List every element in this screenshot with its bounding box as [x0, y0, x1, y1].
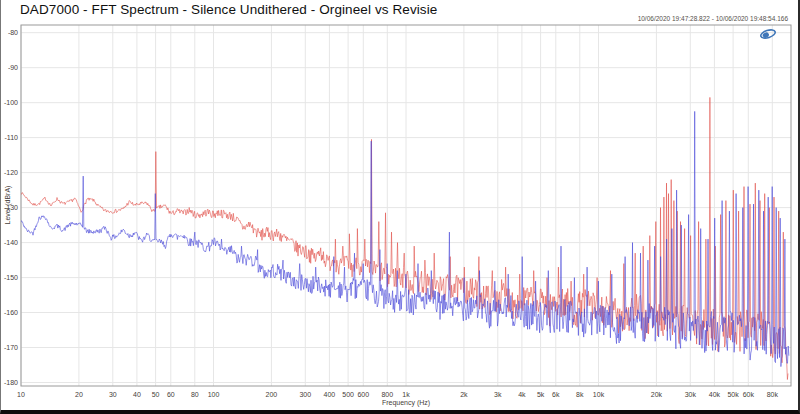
- svg-text:100: 100: [208, 391, 220, 398]
- svg-text:-120: -120: [4, 169, 18, 176]
- svg-text:-90: -90: [8, 64, 18, 71]
- svg-text:5k: 5k: [537, 391, 545, 398]
- svg-text:-110: -110: [5, 134, 19, 141]
- svg-text:4k: 4k: [518, 391, 526, 398]
- svg-text:-160: -160: [4, 309, 18, 316]
- svg-text:30: 30: [109, 391, 117, 398]
- svg-text:40: 40: [133, 391, 141, 398]
- svg-text:300: 300: [299, 391, 311, 398]
- svg-text:20k: 20k: [651, 391, 663, 398]
- svg-text:800: 800: [381, 391, 393, 398]
- svg-text:50k: 50k: [727, 391, 739, 398]
- y-axis-title: Level (dBrA): [4, 186, 11, 225]
- fft-spectrum-plot[interactable]: 102030405060801002003004005006008001k2k3…: [1, 0, 800, 414]
- svg-text:-180: -180: [4, 379, 18, 386]
- svg-text:10: 10: [17, 391, 25, 398]
- svg-text:10k: 10k: [593, 391, 605, 398]
- x-axis-title: Frequency (Hz): [382, 399, 430, 406]
- svg-text:20: 20: [75, 391, 83, 398]
- svg-text:60k: 60k: [743, 391, 755, 398]
- svg-text:600: 600: [357, 391, 369, 398]
- svg-text:6k: 6k: [552, 391, 560, 398]
- svg-text:60: 60: [167, 391, 175, 398]
- svg-text:80k: 80k: [767, 391, 779, 398]
- svg-text:400: 400: [324, 391, 336, 398]
- svg-text:2k: 2k: [460, 391, 468, 398]
- svg-text:3k: 3k: [494, 391, 502, 398]
- svg-text:50: 50: [152, 391, 160, 398]
- svg-text:-170: -170: [4, 344, 18, 351]
- trace-orgineel: [21, 97, 788, 379]
- svg-text:40k: 40k: [709, 391, 721, 398]
- app-window: DAD7000 - FFT Spectrum - Silence Undithe…: [0, 0, 800, 414]
- svg-text:30k: 30k: [685, 391, 697, 398]
- svg-text:-140: -140: [4, 239, 18, 246]
- svg-text:-150: -150: [4, 274, 18, 281]
- ap-logo-icon: [757, 27, 779, 41]
- svg-text:-80: -80: [8, 29, 18, 36]
- svg-text:8k: 8k: [576, 391, 584, 398]
- svg-text:-100: -100: [4, 99, 18, 106]
- x-axis-tick-labels: 102030405060801002003004005006008001k2k3…: [17, 391, 778, 398]
- svg-text:1k: 1k: [402, 391, 410, 398]
- svg-text:500: 500: [342, 391, 354, 398]
- svg-text:200: 200: [266, 391, 278, 398]
- svg-text:80: 80: [191, 391, 199, 398]
